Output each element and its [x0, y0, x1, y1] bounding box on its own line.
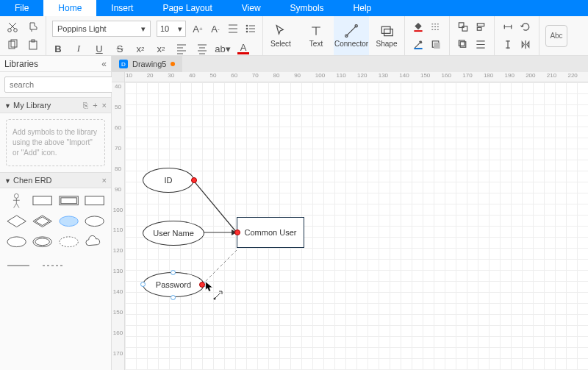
svg-rect-22 [459, 40, 465, 46]
font-size-select[interactable]: 10▾ [157, 21, 186, 37]
close-chen-icon[interactable]: × [102, 176, 107, 185]
attribute-id[interactable]: ID [143, 168, 194, 193]
menu-help[interactable]: Help [339, 0, 387, 16]
bring-front-icon[interactable] [456, 38, 470, 52]
select-tool[interactable]: Select [263, 16, 298, 55]
line-style-icon[interactable] [429, 20, 443, 35]
library-search-input[interactable] [4, 77, 116, 93]
stencil-cloud[interactable] [84, 234, 105, 250]
align-left-icon[interactable] [176, 43, 187, 54]
connection-point[interactable] [191, 177, 197, 183]
svg-point-29 [59, 216, 77, 227]
bullets-icon[interactable] [245, 23, 257, 35]
line-color-icon[interactable] [411, 38, 426, 52]
menubar: File Home Insert Page Layout View Symbol… [0, 0, 588, 16]
chen-stencil-grid [0, 188, 111, 255]
cut-icon[interactable] [6, 21, 19, 34]
menu-insert[interactable]: Insert [96, 0, 148, 16]
stencil-line-dashed[interactable] [43, 257, 65, 274]
stencil-entity2[interactable] [84, 193, 105, 209]
increase-font-icon[interactable]: A+ [192, 23, 204, 35]
svg-line-37 [193, 179, 237, 232]
entity-common-user[interactable]: Common User [237, 217, 304, 248]
connector-tool[interactable]: Connector [334, 16, 369, 55]
svg-point-24 [15, 193, 19, 198]
svg-rect-21 [460, 42, 466, 48]
font-color-icon[interactable]: A [237, 43, 249, 54]
distribute-icon[interactable] [473, 38, 488, 52]
align-mid-icon[interactable] [196, 43, 208, 54]
ruler-corner [112, 72, 125, 82]
svg-rect-17 [459, 23, 464, 28]
selection-handle[interactable] [140, 282, 146, 287]
menu-view[interactable]: View [227, 0, 276, 16]
selection-handle[interactable] [171, 270, 176, 275]
case-button[interactable]: ab▾ [217, 43, 229, 54]
stencil-weak-relationship[interactable] [32, 213, 53, 230]
bold-button[interactable]: B [52, 43, 64, 54]
fill-style-group [411, 20, 443, 52]
svg-point-8 [246, 31, 248, 33]
format-painter-icon[interactable] [26, 21, 40, 34]
connection-point[interactable] [234, 230, 240, 235]
copy-icon[interactable] [6, 38, 19, 51]
svg-line-39 [202, 250, 237, 285]
stencil-actor[interactable] [6, 193, 27, 209]
svg-rect-28 [85, 196, 104, 205]
stencil-weak-entity[interactable] [58, 193, 79, 209]
sup-button[interactable]: x2 [155, 43, 167, 54]
stencil-relationship[interactable] [6, 213, 27, 230]
libraries-sidebar: Libraries « ▼ My Library ⎘ + × Add symbo… [0, 56, 112, 370]
same-height-icon[interactable] [501, 38, 515, 52]
svg-rect-20 [477, 27, 481, 30]
attribute-password[interactable]: Password [143, 272, 204, 297]
fill-color-icon[interactable] [411, 20, 426, 35]
canvas[interactable]: 1020304050607080901001101201301401501601… [112, 72, 588, 370]
shadow-icon[interactable] [429, 38, 443, 52]
sub-button[interactable]: x2 [135, 43, 146, 54]
doc-icon: D [119, 60, 128, 68]
stencil-multival[interactable] [32, 234, 53, 250]
group-icon[interactable] [456, 20, 470, 35]
add-library-icon[interactable]: + [93, 101, 97, 110]
stencil-attribute3[interactable] [6, 234, 27, 250]
font-family-select[interactable]: Poppins Light▾ [52, 21, 151, 37]
menu-symbols[interactable]: Symbols [276, 0, 339, 16]
align-objects-icon[interactable] [473, 20, 488, 35]
decrease-font-icon[interactable]: A- [209, 23, 221, 35]
flip-icon[interactable] [518, 38, 533, 52]
underline-button[interactable]: U [93, 43, 105, 54]
mylibrary-title[interactable]: My Library [13, 101, 51, 110]
stencil-entity[interactable] [32, 193, 53, 209]
menu-page-layout[interactable]: Page Layout [148, 0, 226, 16]
strike-button[interactable]: S [114, 43, 126, 54]
canvas-area: D Drawing5 10203040506070809010011012013… [112, 56, 588, 370]
svg-point-1 [14, 28, 18, 32]
collapse-sidebar-icon[interactable]: « [101, 59, 107, 69]
shape-tool[interactable]: Shape [369, 16, 404, 55]
stencil-derived[interactable] [58, 234, 79, 250]
text-tool[interactable]: Text [298, 16, 334, 55]
spellcheck-button[interactable]: Abc [545, 25, 567, 47]
svg-point-31 [7, 237, 26, 247]
stencil-attribute[interactable] [58, 213, 79, 230]
svg-rect-4 [29, 41, 37, 49]
vertical-ruler: 405060708090100110120130140150160170 [112, 82, 125, 370]
line-spacing-icon[interactable] [227, 23, 239, 35]
paste-icon[interactable] [26, 38, 40, 51]
svg-point-0 [8, 28, 12, 32]
svg-point-34 [59, 237, 77, 247]
rotate-icon[interactable] [518, 20, 533, 35]
menu-file[interactable]: File [0, 0, 43, 16]
import-library-icon[interactable]: ⎘ [83, 101, 88, 110]
document-tab[interactable]: D Drawing5 [112, 56, 182, 72]
close-library-icon[interactable]: × [102, 101, 107, 110]
stencil-attribute2[interactable] [84, 213, 105, 230]
menu-home[interactable]: Home [43, 0, 96, 16]
attribute-username[interactable]: User Name [143, 221, 204, 246]
same-width-icon[interactable] [501, 20, 515, 35]
stencil-line-solid[interactable] [7, 257, 29, 274]
italic-button[interactable]: I [73, 43, 85, 54]
selection-handle[interactable] [171, 295, 176, 300]
chen-erd-title[interactable]: Chen ERD [13, 176, 52, 185]
